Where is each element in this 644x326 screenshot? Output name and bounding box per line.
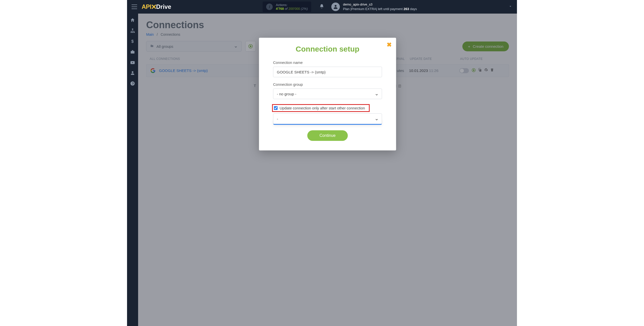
actions-box: i Actions: 4'768 of 200'000 (2%) — [263, 2, 311, 12]
sidebar: $ ? — [127, 14, 138, 326]
user-block[interactable]: demo_apix-drive_s3 Plan |Premium EXTRA| … — [331, 2, 417, 11]
connection-group-select[interactable]: - no group - — [273, 89, 382, 99]
chevron-down-icon[interactable] — [508, 4, 512, 9]
name-label: Connection name — [273, 60, 382, 65]
sidebar-item-help[interactable]: ? — [130, 81, 135, 86]
dependent-connection-select[interactable]: - — [273, 113, 382, 124]
svg-rect-4 — [134, 32, 135, 33]
sidebar-item-sitemap[interactable] — [130, 28, 135, 33]
info-icon: i — [266, 4, 273, 10]
sidebar-item-user[interactable] — [130, 70, 135, 75]
username: demo_apix-drive_s3 — [343, 2, 417, 7]
days-num: 263 — [404, 7, 409, 11]
group-label: Connection group — [273, 82, 382, 87]
svg-point-8 — [132, 71, 134, 73]
actions-pct: (2%) — [301, 7, 308, 11]
sidebar-item-video[interactable] — [130, 60, 135, 65]
plan-suffix: | left until payment — [376, 7, 403, 11]
continue-button[interactable]: Continue — [307, 130, 348, 141]
actions-total: 200'000 — [289, 7, 300, 11]
svg-rect-3 — [132, 32, 133, 33]
sidebar-item-billing[interactable]: $ — [130, 39, 135, 44]
close-icon[interactable]: ✖ — [387, 41, 392, 48]
days-word: days — [410, 7, 417, 11]
topbar: API✕Drive i Actions: 4'768 of 200'000 (2… — [127, 0, 517, 14]
main: Connections Main / Connections All group… — [138, 14, 517, 326]
actions-of: of — [285, 7, 288, 11]
sidebar-item-home[interactable] — [130, 18, 135, 23]
bell-icon[interactable] — [319, 4, 324, 10]
checkbox-row[interactable]: Update connection only after start other… — [272, 104, 370, 112]
plan-prefix: Plan | — [343, 7, 351, 11]
checkbox-label: Update connection only after start other… — [280, 106, 365, 110]
svg-rect-1 — [132, 29, 133, 30]
svg-text:?: ? — [132, 82, 134, 86]
modal-title: Connection setup — [273, 45, 382, 53]
modal: ✖ Connection setup Connection name Conne… — [259, 38, 396, 150]
plan-name: Premium EXTRA — [351, 7, 376, 11]
svg-rect-6 — [131, 51, 135, 54]
avatar-icon — [331, 3, 340, 11]
svg-rect-2 — [131, 32, 132, 33]
svg-text:$: $ — [131, 39, 134, 44]
menu-button[interactable] — [132, 5, 137, 9]
sidebar-item-briefcase[interactable] — [130, 49, 135, 54]
actions-count: 4'768 — [276, 7, 284, 11]
connection-name-input[interactable] — [273, 67, 382, 77]
svg-point-0 — [335, 5, 337, 7]
actions-label: Actions: — [276, 3, 287, 7]
update-after-checkbox[interactable] — [274, 106, 278, 110]
logo[interactable]: API✕Drive — [142, 3, 171, 11]
